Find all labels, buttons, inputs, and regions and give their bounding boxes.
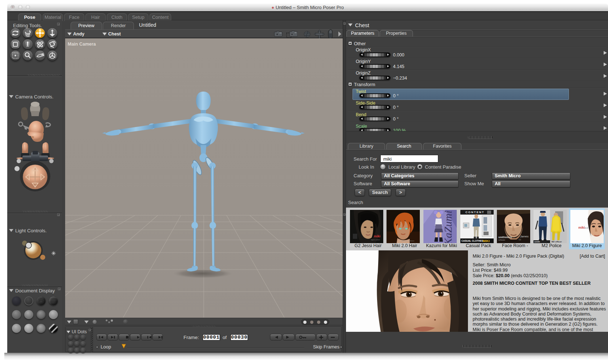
svg-text:miki: miki [374, 234, 380, 238]
svg-text:CASUAL CLOTHES: CASUAL CLOTHES [461, 240, 483, 242]
svg-text:CONTENT: CONTENT [465, 211, 485, 214]
svg-text:MIKI: MIKI [483, 239, 490, 243]
svg-text:smith micro software: smith micro software [401, 240, 414, 242]
svg-text:KaZumi: KaZumi [442, 211, 454, 243]
svg-text:G2: G2 [519, 238, 521, 241]
svg-text:M2 officer: M2 officer [552, 241, 562, 243]
svg-text:smithmicro: smithmicro [498, 236, 512, 238]
svg-text:software: software [498, 239, 505, 241]
svg-text:James: James [520, 235, 529, 238]
svg-text:smith: smith [534, 241, 540, 243]
svg-text:digital content: digital content [371, 239, 380, 241]
